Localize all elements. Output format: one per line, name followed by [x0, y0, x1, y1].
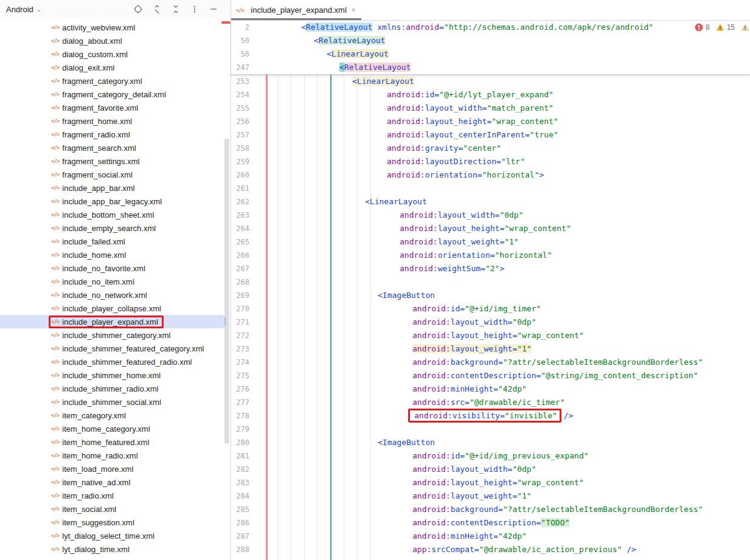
line-number[interactable]: 281	[231, 452, 249, 460]
line-number[interactable]: 254	[231, 91, 249, 99]
code-line-267[interactable]: 267android:weightSum="2">	[231, 262, 750, 275]
line-number[interactable]: 260	[231, 171, 249, 179]
tree-item[interactable]: </>include_shimmer_featured_category.xml	[0, 342, 231, 355]
code-line-286[interactable]: 286android:contentDescription="TODO"	[231, 516, 750, 530]
tree-item[interactable]: </>include_player_collapse.xml	[0, 302, 231, 315]
code-line-261[interactable]: 261	[231, 182, 750, 195]
code-line-282[interactable]: 282android:layout_width="0dp"	[231, 463, 750, 476]
tree-item[interactable]: </>item_radio.xml	[0, 489, 231, 502]
code-line-256[interactable]: 256android:layout_height="wrap_content"	[231, 115, 750, 128]
tree-item[interactable]: </>fragment_category_detail.xml	[0, 88, 231, 101]
code-line-270[interactable]: 270android:id="@+id/img_timer"	[231, 302, 750, 316]
tree-item[interactable]: </>fragment_category.xml	[0, 74, 231, 88]
line-number[interactable]: 253	[231, 77, 249, 86]
code-line-263[interactable]: 263android:layout_width="0dp"	[231, 209, 750, 222]
code-view[interactable]: 253<LinearLayout254android:id="@+id/lyt_…	[231, 75, 750, 560]
code-line-260[interactable]: 260android:orientation="horizontal">	[231, 168, 750, 182]
tree-item[interactable]: </>item_social.xml	[0, 502, 231, 516]
collapse-all-icon[interactable]	[171, 4, 181, 14]
tree-item[interactable]: </>fragment_social.xml	[0, 168, 231, 181]
line-number[interactable]: 50	[231, 36, 249, 45]
code-line-283[interactable]: 283android:layout_height="wrap_content"	[231, 476, 750, 489]
tree-item[interactable]: </>	[0, 556, 231, 560]
tree-item[interactable]: </>item_native_ad.xml	[0, 475, 231, 489]
expand-all-icon[interactable]	[152, 4, 162, 14]
code-line-273[interactable]: 273android:layout_weight="1"	[231, 342, 750, 356]
line-number[interactable]: 261	[231, 184, 249, 193]
line-number[interactable]: 271	[231, 318, 249, 327]
tree-item[interactable]: </>dialog_about.xml	[0, 34, 231, 47]
code-line-257[interactable]: 257android:layout_centerInParent="true"	[231, 128, 750, 142]
code-line-285[interactable]: 285android:background="?attr/selectableI…	[231, 503, 750, 516]
line-number[interactable]: 258	[231, 144, 249, 153]
tree-item[interactable]: </>fragment_home.xml	[0, 114, 231, 128]
line-number[interactable]: 272	[231, 331, 249, 340]
line-number[interactable]: 268	[231, 278, 249, 286]
tree-item[interactable]: </>item_category.xml	[0, 409, 231, 422]
line-number[interactable]: 280	[231, 438, 249, 447]
line-number[interactable]: 279	[231, 425, 249, 434]
code-line-258[interactable]: 258android:gravity="center"	[231, 142, 750, 155]
line-number[interactable]: 247	[231, 63, 249, 72]
line-number[interactable]: 288	[231, 545, 249, 554]
tree-item[interactable]: </>include_no_network.xml	[0, 288, 231, 302]
code-line-268[interactable]: 268	[231, 275, 750, 289]
code-line-274[interactable]: 274android:background="?attr/selectableI…	[231, 356, 750, 369]
tab-close-icon[interactable]: ×	[352, 7, 355, 13]
tree-item[interactable]: </>activity_webview.xml	[0, 21, 231, 34]
tree-item[interactable]: </>item_home_radio.xml	[0, 449, 231, 462]
tree-item[interactable]: </>dialog_custom.xml	[0, 47, 231, 61]
line-number[interactable]: 262	[231, 198, 249, 206]
tree-item[interactable]: </>include_shimmer_social.xml	[0, 395, 231, 409]
code-line-275[interactable]: 275android:contentDescription="@string/i…	[231, 369, 750, 382]
code-line-272[interactable]: 272android:layout_height="wrap_content"	[231, 329, 750, 342]
line-number[interactable]: 273	[231, 345, 249, 353]
line-number[interactable]: 2	[231, 23, 249, 32]
line-number[interactable]: 56	[231, 50, 249, 58]
line-number[interactable]: 269	[231, 291, 249, 300]
tree-item[interactable]: </>fragment_radio.xml	[0, 128, 231, 141]
code-line-271[interactable]: 271android:layout_width="0dp"	[231, 316, 750, 329]
line-number[interactable]: 283	[231, 479, 249, 487]
tree-item-selected[interactable]: </>include_player_expand.xml	[0, 315, 226, 328]
project-view-selector[interactable]: Android ⌄	[6, 5, 41, 14]
tree-item[interactable]: </>dialog_exit.xml	[0, 61, 231, 74]
line-number[interactable]: 287	[231, 532, 249, 541]
tab-include-player-expand[interactable]: </> include_player_expand.xml ×	[231, 0, 361, 20]
code-line-254[interactable]: 254android:id="@+id/lyt_player_expand"	[231, 88, 750, 102]
tree-item[interactable]: </>lyt_dialog_select_time.xml	[0, 529, 231, 542]
code-line-262[interactable]: 262<LinearLayout	[231, 195, 750, 209]
line-number[interactable]: 282	[231, 465, 249, 474]
code-line-287[interactable]: 287android:minHeight="42dp"	[231, 530, 750, 543]
tree-item[interactable]: </>include_shimmer_category.xml	[0, 328, 231, 342]
code-line-269[interactable]: 269<ImageButton	[231, 289, 750, 302]
code-line-255[interactable]: 255android:layout_width="match_parent"	[231, 102, 750, 115]
tree-item[interactable]: </>include_bottom_sheet.xml	[0, 208, 231, 221]
code-line-280[interactable]: 280<ImageButton	[231, 436, 750, 449]
tree-item[interactable]: </>include_home.xml	[0, 248, 231, 261]
line-number[interactable]: 285	[231, 505, 249, 514]
code-line-56[interactable]: 56<LinearLayout	[231, 47, 750, 61]
line-number[interactable]: 265	[231, 238, 249, 246]
line-number[interactable]: 266	[231, 251, 249, 260]
tree-item[interactable]: </>include_shimmer_featured_radio.xml	[0, 355, 231, 368]
code-line-266[interactable]: 266android:orientation="horizontal"	[231, 249, 750, 262]
line-number[interactable]: 277	[231, 398, 249, 407]
line-number[interactable]: 263	[231, 211, 249, 220]
line-number[interactable]: 276	[231, 385, 249, 393]
code-line-279[interactable]: 279	[231, 423, 750, 436]
tree-item[interactable]: </>fragment_search.xml	[0, 141, 231, 154]
code-line-264[interactable]: 264android:layout_height="wrap_content"	[231, 222, 750, 235]
code-line-253[interactable]: 253<LinearLayout	[231, 75, 750, 88]
line-number[interactable]: 257	[231, 131, 249, 139]
line-number[interactable]: 259	[231, 157, 249, 166]
tree-item[interactable]: </>include_empty_search.xml	[0, 221, 231, 235]
code-line-247[interactable]: 247<RelativeLayout	[231, 61, 750, 74]
tree-item[interactable]: </>include_shimmer_radio.xml	[0, 382, 231, 395]
inspections-widget[interactable]: 8 15 1	[695, 23, 750, 32]
code-line-276[interactable]: 276android:minHeight="42dp"	[231, 382, 750, 396]
code-line-289[interactable]: 289	[231, 556, 750, 560]
tree-item[interactable]: </>item_home_featured.xml	[0, 435, 231, 449]
line-number[interactable]: 286	[231, 519, 249, 527]
line-number[interactable]: 256	[231, 117, 249, 126]
